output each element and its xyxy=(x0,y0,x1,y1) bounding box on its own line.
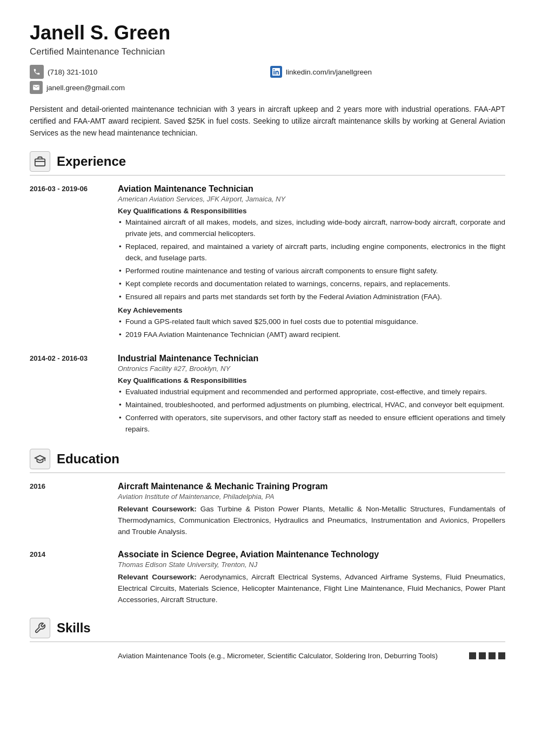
achievement-bullet: Found a GPS-related fault which saved $2… xyxy=(118,316,505,328)
skill-dot xyxy=(479,652,486,659)
skill-entry-0: Aviation Maintenance Tools (e.g., Microm… xyxy=(30,651,505,662)
skill-dot xyxy=(498,652,505,659)
summary-text: Persistent and detail-oriented maintenan… xyxy=(30,104,505,139)
skills-icon xyxy=(30,618,50,638)
qualification-bullet: Evaluated industrial equipment and recom… xyxy=(118,387,505,398)
skill-name: Aviation Maintenance Tools (e.g., Microm… xyxy=(118,651,459,662)
qualifications-list: Evaluated industrial equipment and recom… xyxy=(118,387,505,435)
education-year: 2016 xyxy=(30,482,108,538)
edu-content: Aircraft Maintenance & Mechanic Training… xyxy=(118,482,505,538)
qualification-bullet: Ensured all repairs and parts met standa… xyxy=(118,292,505,303)
education-section-header: Education xyxy=(30,449,505,473)
qualifications-label: Key Qualifications & Responsibilities xyxy=(118,376,505,384)
school-name: Aviation Institute of Maintenance, Phila… xyxy=(118,492,505,501)
education-entries: 2016 Aircraft Maintenance & Mechanic Tra… xyxy=(30,482,505,606)
candidate-name: Janell S. Green xyxy=(30,22,505,44)
education-year: 2014 xyxy=(30,550,108,606)
qualifications-label: Key Qualifications & Responsibilities xyxy=(118,207,505,215)
entry-date: 2016-03 - 2019-06 xyxy=(30,184,108,342)
phone-number: (718) 321-1010 xyxy=(48,68,97,76)
resume-header: Janell S. Green Certified Maintenance Te… xyxy=(30,22,505,94)
skill-dot xyxy=(489,652,496,659)
experience-section: Experience 2016-03 - 2019-06 Aviation Ma… xyxy=(30,151,505,437)
linkedin-url: linkedin.com/in/janellgreen xyxy=(286,68,372,76)
employer: Ontronics Facility #27, Brooklyn, NY xyxy=(118,364,505,373)
skill-dot xyxy=(469,652,476,659)
skill-rating xyxy=(469,652,505,659)
phone-icon xyxy=(30,65,44,79)
education-entry-0: 2016 Aircraft Maintenance & Mechanic Tra… xyxy=(30,482,505,538)
qualification-bullet: Maintained, troubleshooted, and performe… xyxy=(118,400,505,411)
degree-title: Associate in Science Degree, Aviation Ma… xyxy=(118,550,505,559)
linkedin-contact: linkedin.com/in/janellgreen xyxy=(270,65,505,79)
achievement-bullet: 2019 FAA Aviation Maintenance Technician… xyxy=(118,329,505,341)
experience-entries: 2016-03 - 2019-06 Aviation Maintenance T… xyxy=(30,184,505,437)
achievements-list: Found a GPS-related fault which saved $2… xyxy=(118,316,505,341)
school-name: Thomas Edison State University, Trenton,… xyxy=(118,561,505,569)
phone-contact: (718) 321-1010 xyxy=(30,65,265,79)
entry-date: 2014-02 - 2016-03 xyxy=(30,354,108,437)
achievements-label: Key Achievements xyxy=(118,306,505,314)
skills-section-header: Skills xyxy=(30,618,505,642)
experience-entry-0: 2016-03 - 2019-06 Aviation Maintenance T… xyxy=(30,184,505,342)
qualification-bullet: Kept complete records and documentation … xyxy=(118,279,505,290)
email-contact: janell.green@gmail.com xyxy=(30,81,265,94)
entry-content: Industrial Maintenance Technician Ontron… xyxy=(118,354,505,437)
job-title: Industrial Maintenance Technician xyxy=(118,354,505,363)
education-title: Education xyxy=(57,451,119,467)
svg-rect-0 xyxy=(35,159,45,166)
candidate-title: Certified Maintenance Technician xyxy=(30,46,505,57)
qualification-bullet: Replaced, repaired, and maintained a var… xyxy=(118,241,505,264)
contact-grid: (718) 321-1010 linkedin.com/in/janellgre… xyxy=(30,65,505,94)
education-section: Education 2016 Aircraft Maintenance & Me… xyxy=(30,449,505,606)
experience-title: Experience xyxy=(57,154,126,169)
coursework-label: Relevant Coursework: xyxy=(118,505,197,513)
experience-section-header: Experience xyxy=(30,151,505,176)
employer: American Aviation Services, JFK Airport,… xyxy=(118,195,505,203)
skills-section: Skills Aviation Maintenance Tools (e.g.,… xyxy=(30,618,505,662)
skills-entries: Aviation Maintenance Tools (e.g., Microm… xyxy=(30,651,505,662)
education-icon xyxy=(30,449,50,469)
experience-entry-1: 2014-02 - 2016-03 Industrial Maintenance… xyxy=(30,354,505,437)
coursework-label: Relevant Coursework: xyxy=(118,573,197,581)
edu-content: Associate in Science Degree, Aviation Ma… xyxy=(118,550,505,606)
experience-icon xyxy=(30,151,50,172)
qualification-bullet: Performed routine maintenance and testin… xyxy=(118,266,505,277)
qualification-bullet: Maintained aircraft of all makes, models… xyxy=(118,217,505,240)
email-address: janell.green@gmail.com xyxy=(46,84,125,92)
coursework-text: Relevant Coursework: Aerodynamics, Aircr… xyxy=(118,572,505,606)
qualifications-list: Maintained aircraft of all makes, models… xyxy=(118,217,505,302)
linkedin-icon xyxy=(270,66,282,78)
entry-content: Aviation Maintenance Technician American… xyxy=(118,184,505,342)
education-entry-1: 2014 Associate in Science Degree, Aviati… xyxy=(30,550,505,606)
coursework-text: Relevant Coursework: Gas Turbine & Pisto… xyxy=(118,504,505,538)
email-icon xyxy=(30,81,43,94)
skills-title: Skills xyxy=(57,620,91,636)
qualification-bullet: Conferred with operators, site superviso… xyxy=(118,413,505,435)
degree-title: Aircraft Maintenance & Mechanic Training… xyxy=(118,482,505,491)
job-title: Aviation Maintenance Technician xyxy=(118,184,505,194)
